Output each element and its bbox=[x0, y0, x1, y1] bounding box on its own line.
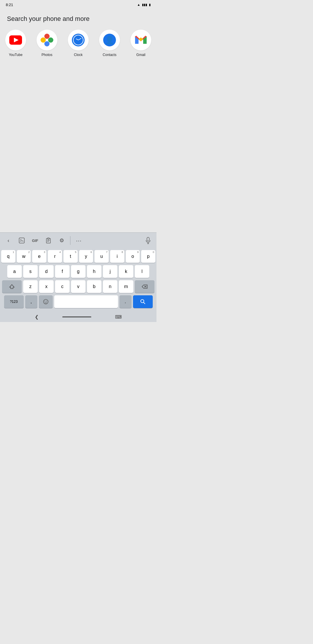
empty-area bbox=[0, 64, 156, 145]
toolbar-divider bbox=[70, 236, 70, 245]
app-grid: YouTube Photos Clock bbox=[0, 27, 156, 64]
key-o[interactable]: 9o bbox=[126, 250, 140, 263]
svg-point-15 bbox=[46, 301, 47, 301]
status-time: 8:21 bbox=[6, 3, 13, 7]
key-num-sym[interactable]: ?123 bbox=[4, 295, 24, 308]
key-c[interactable]: c bbox=[55, 280, 70, 293]
app-item-photos[interactable]: Photos bbox=[33, 30, 61, 57]
key-search[interactable] bbox=[133, 295, 153, 308]
key-j[interactable]: j bbox=[103, 265, 117, 278]
key-y[interactable]: 6y bbox=[79, 250, 93, 263]
key-period[interactable]: . bbox=[119, 295, 132, 308]
clock-label: Clock bbox=[74, 53, 83, 57]
key-d[interactable]: d bbox=[39, 265, 54, 278]
key-q[interactable]: 1q bbox=[1, 250, 15, 263]
gmail-label: Gmail bbox=[136, 53, 145, 57]
key-a[interactable]: a bbox=[7, 265, 22, 278]
key-comma[interactable]: , bbox=[25, 295, 37, 308]
svg-rect-4 bbox=[48, 238, 49, 239]
key-h[interactable]: h bbox=[87, 265, 101, 278]
key-t[interactable]: 5t bbox=[63, 250, 78, 263]
youtube-icon bbox=[5, 30, 26, 50]
sticker-button[interactable] bbox=[16, 234, 28, 247]
svg-line-17 bbox=[143, 302, 145, 304]
nav-back-button[interactable]: ❮ bbox=[35, 314, 39, 320]
key-z[interactable]: z bbox=[23, 280, 38, 293]
app-item-gmail[interactable]: Gmail bbox=[127, 30, 155, 57]
svg-rect-1 bbox=[19, 238, 24, 243]
key-l[interactable]: l bbox=[135, 265, 149, 278]
youtube-label: YouTube bbox=[9, 53, 22, 57]
key-m[interactable]: m bbox=[119, 280, 133, 293]
clock-icon bbox=[68, 30, 89, 50]
gif-button[interactable]: GIF bbox=[29, 234, 41, 247]
key-e[interactable]: 3e bbox=[32, 250, 46, 263]
key-row-3: z x c v b n m bbox=[1, 280, 155, 293]
keyboard-keys: 1q 2w 3e 4r 5t 6y 7u 8i 9o 0p a s d f g … bbox=[0, 248, 156, 312]
more-button[interactable]: ··· bbox=[73, 234, 85, 247]
keyboard-container: ‹ GIF ⚙ ··· bbox=[0, 232, 156, 322]
keyboard-switch-button[interactable]: ⌨ bbox=[115, 314, 122, 320]
signal-icon: ▮▮▮ bbox=[142, 3, 147, 7]
key-v[interactable]: v bbox=[71, 280, 85, 293]
search-heading: Search your phone and more bbox=[0, 8, 156, 27]
key-row-1: 1q 2w 3e 4r 5t 6y 7u 8i 9o 0p bbox=[1, 250, 155, 263]
svg-rect-8 bbox=[147, 237, 149, 241]
key-u[interactable]: 7u bbox=[94, 250, 109, 263]
key-backspace[interactable] bbox=[135, 280, 154, 293]
key-i[interactable]: 8i bbox=[110, 250, 124, 263]
app-item-contacts[interactable]: 👤 Contacts bbox=[96, 30, 123, 57]
key-r[interactable]: 4r bbox=[48, 250, 62, 263]
contacts-label: Contacts bbox=[103, 53, 116, 57]
mic-button[interactable] bbox=[142, 234, 154, 247]
nav-bar-line bbox=[62, 316, 91, 317]
key-emoji[interactable] bbox=[39, 295, 53, 308]
key-f[interactable]: f bbox=[55, 265, 70, 278]
key-space[interactable] bbox=[54, 295, 118, 308]
key-w[interactable]: 2w bbox=[17, 250, 31, 263]
key-x[interactable]: x bbox=[39, 280, 54, 293]
key-n[interactable]: n bbox=[103, 280, 117, 293]
status-icons: ▲ ▮▮▮ ▮ bbox=[137, 3, 151, 7]
app-item-clock[interactable]: Clock bbox=[64, 30, 92, 57]
wifi-icon: ▲ bbox=[137, 3, 140, 6]
photos-label: Photos bbox=[41, 53, 52, 57]
keyboard-toolbar: ‹ GIF ⚙ ··· bbox=[0, 232, 156, 248]
contacts-icon: 👤 bbox=[99, 30, 120, 50]
keyboard-back-button[interactable]: ‹ bbox=[2, 234, 14, 247]
key-row-4: ?123 , . bbox=[1, 295, 155, 308]
settings-button[interactable]: ⚙ bbox=[56, 234, 68, 247]
status-bar: 8:21 ▲ ▮▮▮ ▮ bbox=[0, 0, 156, 8]
key-row-2: a s d f g h j k l bbox=[1, 265, 155, 278]
clipboard-button[interactable] bbox=[42, 234, 54, 247]
photos-icon bbox=[37, 30, 57, 50]
battery-icon: ▮ bbox=[149, 3, 151, 7]
key-k[interactable]: k bbox=[119, 265, 133, 278]
svg-point-2 bbox=[21, 239, 21, 240]
key-g[interactable]: g bbox=[71, 265, 85, 278]
svg-point-13 bbox=[43, 299, 48, 304]
key-b[interactable]: b bbox=[87, 280, 101, 293]
key-p[interactable]: 0p bbox=[141, 250, 155, 263]
gmail-icon bbox=[130, 30, 151, 50]
nav-bar: ❮ ⌨ bbox=[0, 312, 156, 322]
app-item-youtube[interactable]: YouTube bbox=[2, 30, 30, 57]
key-shift[interactable] bbox=[2, 280, 22, 293]
svg-point-14 bbox=[44, 301, 45, 301]
key-s[interactable]: s bbox=[23, 265, 38, 278]
